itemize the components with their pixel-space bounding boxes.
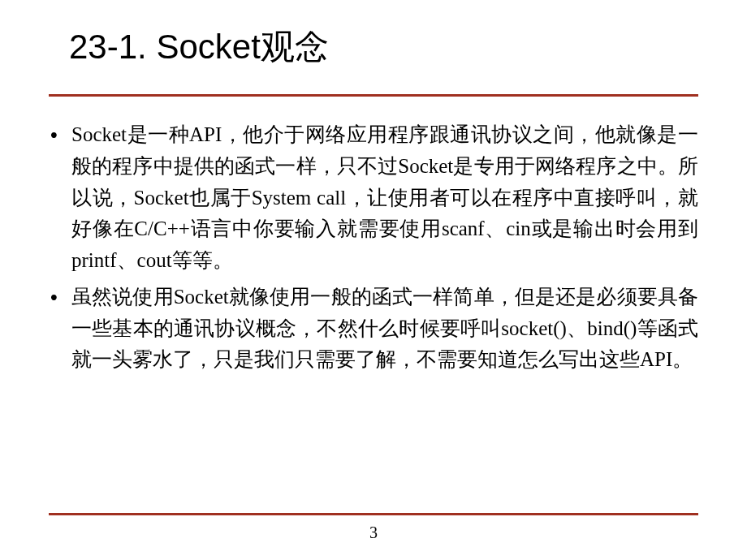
slide-content: • Socket是一种API，他介于网络应用程序跟通讯协议之间，他就像是一般的程… — [45, 105, 702, 376]
slide: 23-1. Socket观念 • Socket是一种API，他介于网络应用程序跟… — [0, 0, 747, 560]
bullet-text: Socket是一种API，他介于网络应用程序跟通讯协议之间，他就像是一般的程序中… — [71, 119, 698, 277]
bullet-item: • 虽然说使用Socket就像使用一般的函式一样简单，但是还是必须要具备一些基本… — [49, 282, 698, 376]
bullet-text: 虽然说使用Socket就像使用一般的函式一样简单，但是还是必须要具备一些基本的通… — [71, 282, 698, 376]
divider-top — [49, 94, 698, 97]
bullet-dot-icon: • — [49, 282, 71, 313]
slide-title: 23-1. Socket观念 — [69, 24, 702, 70]
title-suffix: 观念 — [261, 28, 329, 66]
divider-bottom — [49, 513, 698, 515]
page-number: 3 — [0, 523, 747, 542]
bullet-item: • Socket是一种API，他介于网络应用程序跟通讯协议之间，他就像是一般的程… — [49, 119, 698, 277]
bullet-dot-icon: • — [49, 119, 71, 151]
title-prefix: 23-1. Socket — [69, 28, 261, 66]
